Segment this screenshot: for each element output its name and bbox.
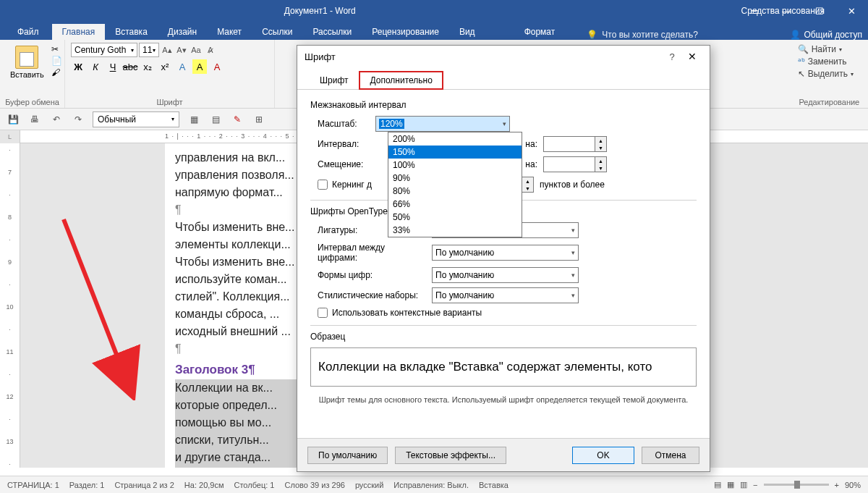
- scale-option[interactable]: 50%: [388, 211, 522, 224]
- print-icon[interactable]: 🖶: [27, 112, 42, 127]
- copy-icon[interactable]: 📄: [51, 56, 62, 66]
- zoom-in-button[interactable]: +: [835, 481, 839, 489]
- scale-option[interactable]: 33%: [388, 224, 522, 237]
- tab-view[interactable]: Вид: [449, 24, 485, 40]
- scale-option[interactable]: 100%: [388, 159, 522, 172]
- tab-references[interactable]: Ссылки: [252, 24, 302, 40]
- zoom-level[interactable]: 90%: [845, 481, 861, 489]
- dialog-tab-advanced[interactable]: Дополнительно: [359, 71, 443, 90]
- status-section[interactable]: Раздел: 1: [69, 481, 105, 489]
- numform-combo[interactable]: По умолчанию▾: [432, 267, 579, 283]
- status-track[interactable]: Исправления: Выкл.: [393, 481, 469, 489]
- qat-btn1[interactable]: ▦: [187, 112, 201, 127]
- scale-option[interactable]: 90%: [388, 172, 522, 185]
- scale-option[interactable]: 80%: [388, 185, 522, 198]
- default-button[interactable]: По умолчанию: [307, 447, 388, 464]
- text-effects-button[interactable]: Текстовые эффекты...: [395, 447, 506, 464]
- font-color-button[interactable]: A: [210, 59, 224, 74]
- redo-icon[interactable]: ↷: [71, 112, 85, 127]
- font-size-combo[interactable]: 11▾: [139, 43, 159, 57]
- qat-btn4[interactable]: ⊞: [252, 112, 266, 127]
- clear-format-button[interactable]: A̷: [204, 43, 217, 56]
- maximize-button[interactable]: ☐: [803, 0, 835, 22]
- ribbon-options-icon[interactable]: ▭: [738, 0, 770, 22]
- numspacing-combo[interactable]: По умолчанию▾: [432, 245, 579, 261]
- font-name-combo[interactable]: Century Goth▾: [71, 43, 137, 57]
- status-pageof[interactable]: Страница 2 из 2: [114, 481, 174, 489]
- ok-button[interactable]: OK: [572, 447, 634, 464]
- close-button[interactable]: ✕: [835, 0, 868, 22]
- spin-up-icon[interactable]: ▲: [522, 177, 533, 185]
- offset-by-spinner[interactable]: ▲▼: [543, 156, 607, 172]
- italic-button[interactable]: К: [88, 59, 103, 74]
- replace-button[interactable]: ᵃᵇЗаменить: [798, 56, 854, 67]
- tab-insert[interactable]: Вставка: [105, 24, 158, 40]
- underline-button[interactable]: Ч: [106, 59, 120, 74]
- superscript-button[interactable]: x²: [158, 59, 172, 74]
- minimize-button[interactable]: —: [770, 0, 803, 22]
- chevron-down-icon: ▾: [503, 120, 506, 127]
- status-pos[interactable]: На: 20,9см: [184, 481, 224, 489]
- highlight-button[interactable]: A: [192, 59, 207, 74]
- style-combo[interactable]: Обычный▾: [93, 111, 179, 127]
- dialog-titlebar[interactable]: Шрифт ? ✕: [297, 46, 710, 67]
- scale-option[interactable]: 150%: [388, 146, 522, 159]
- qat-btn2[interactable]: ▤: [208, 112, 223, 127]
- cut-icon[interactable]: ✂: [51, 44, 62, 54]
- vertical-ruler[interactable]: ·7·8·9·10·11·12·13·14·15·16: [0, 143, 20, 468]
- undo-icon[interactable]: ↶: [49, 112, 64, 127]
- scale-option[interactable]: 66%: [388, 198, 522, 211]
- tab-file[interactable]: Файл: [4, 24, 52, 40]
- change-case-button[interactable]: Aa: [190, 43, 203, 56]
- interval-by-spinner[interactable]: ▲▼: [543, 136, 607, 152]
- tab-format[interactable]: Формат: [514, 24, 566, 40]
- text-effects-button[interactable]: A: [175, 59, 190, 74]
- zoom-slider[interactable]: [764, 484, 829, 486]
- interval-by-input[interactable]: [543, 136, 595, 152]
- zoom-out-button[interactable]: −: [753, 481, 757, 489]
- spin-down-icon[interactable]: ▼: [522, 185, 533, 192]
- scale-option[interactable]: 200%: [388, 132, 522, 146]
- find-button[interactable]: 🔍Найти▾: [798, 44, 854, 54]
- qat-btn3[interactable]: ✎: [230, 112, 244, 127]
- status-insert[interactable]: Вставка: [479, 481, 509, 489]
- ribbon-tabs: Файл Главная Вставка Дизайн Макет Ссылки…: [0, 22, 868, 40]
- tab-layout[interactable]: Макет: [207, 24, 252, 40]
- kerning-checkbox[interactable]: Кернинг д: [318, 180, 372, 190]
- status-col[interactable]: Столбец: 1: [234, 481, 275, 489]
- shrink-font-button[interactable]: A▾: [175, 43, 188, 56]
- spin-down-icon[interactable]: ▼: [595, 164, 606, 172]
- chevron-down-icon: ▾: [571, 271, 575, 279]
- paste-button[interactable]: Вставить: [6, 43, 48, 82]
- spin-down-icon[interactable]: ▼: [595, 144, 606, 151]
- grow-font-button[interactable]: A▴: [161, 43, 174, 56]
- select-button[interactable]: ↖Выделить▾: [798, 69, 854, 79]
- status-lang[interactable]: русский: [355, 481, 383, 489]
- spin-up-icon[interactable]: ▲: [595, 157, 606, 164]
- strike-button[interactable]: abc: [123, 59, 137, 74]
- bold-button[interactable]: Ж: [71, 59, 85, 74]
- view-print-icon[interactable]: ▦: [727, 480, 734, 489]
- offset-by-input[interactable]: [543, 156, 595, 172]
- contextual-checkbox[interactable]: Использовать контекстные варианты: [318, 308, 482, 318]
- tab-mailings[interactable]: Рассылки: [302, 24, 362, 40]
- view-read-icon[interactable]: ▤: [714, 480, 721, 489]
- stylistic-combo[interactable]: По умолчанию▾: [432, 287, 579, 303]
- status-words[interactable]: Слово 39 из 296: [284, 481, 344, 489]
- tab-review[interactable]: Рецензирование: [362, 24, 449, 40]
- tab-design[interactable]: Дизайн: [158, 24, 207, 40]
- subscript-button[interactable]: x₂: [140, 59, 155, 74]
- format-painter-icon[interactable]: 🖌: [51, 67, 62, 77]
- status-page[interactable]: СТРАНИЦА: 1: [7, 481, 59, 489]
- share-button[interactable]: 👤Общий доступ: [790, 30, 862, 40]
- save-icon[interactable]: 💾: [6, 112, 20, 127]
- dialog-close-button[interactable]: ✕: [682, 51, 702, 62]
- tell-me[interactable]: 💡Что вы хотите сделать?: [587, 30, 698, 40]
- dialog-help-button[interactable]: ?: [662, 51, 682, 62]
- spin-up-icon[interactable]: ▲: [595, 137, 606, 144]
- dialog-tab-font[interactable]: Шрифт: [309, 71, 359, 90]
- scale-combo[interactable]: 120%▾: [375, 116, 510, 132]
- cancel-button[interactable]: Отмена: [642, 447, 699, 464]
- tab-home[interactable]: Главная: [52, 24, 106, 40]
- view-web-icon[interactable]: ▥: [740, 480, 747, 489]
